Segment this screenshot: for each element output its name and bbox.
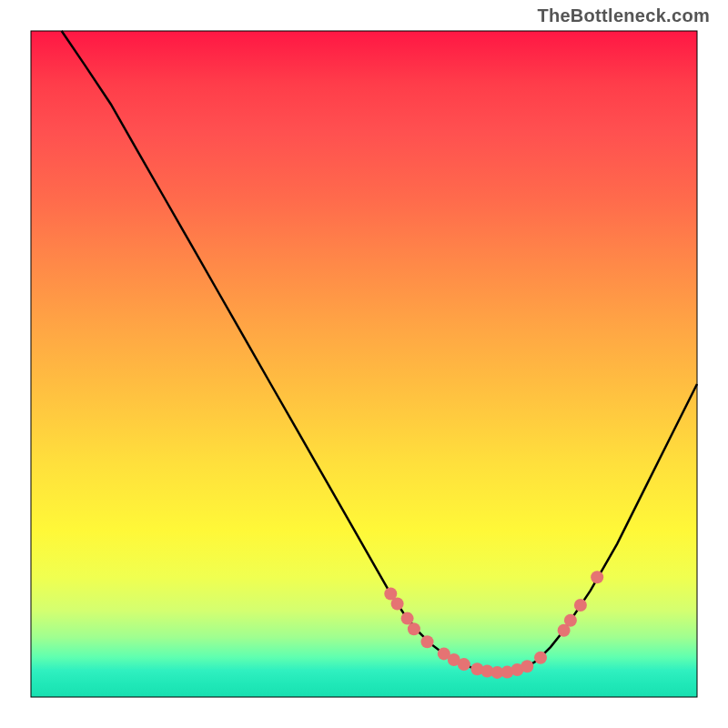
data-dot <box>534 652 547 664</box>
data-dot <box>574 599 587 612</box>
data-dot <box>591 571 603 583</box>
data-dot <box>401 612 414 625</box>
data-dot <box>564 614 577 627</box>
chart-container: TheBottleneck.com <box>0 0 728 728</box>
data-dot <box>458 658 470 671</box>
data-dot <box>391 598 404 611</box>
data-dot <box>408 622 420 635</box>
data-dot <box>521 660 533 672</box>
data-dots <box>384 571 603 679</box>
data-dot <box>421 635 434 648</box>
plot-border <box>31 31 697 697</box>
chart-overlay <box>0 0 728 728</box>
